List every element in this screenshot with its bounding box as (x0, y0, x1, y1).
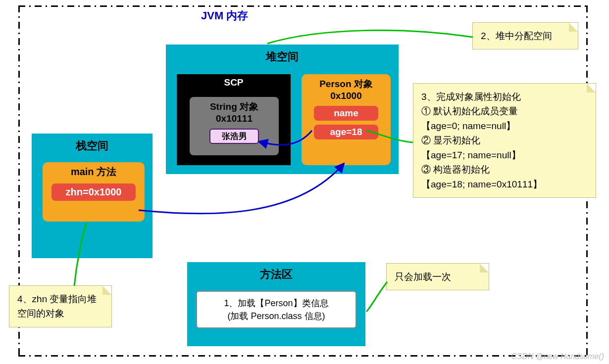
main-method-title: main 方法 (43, 165, 145, 179)
person-age-field: age=18 (314, 125, 378, 139)
scp-title: SCP (177, 74, 291, 88)
note-init-steps: 3、完成对象属性初始化① 默认初始化成员变量【age=0; name=null】… (413, 83, 596, 198)
person-object-label: Person 对象0x1000 (302, 78, 391, 102)
class-load-info: 1、加载【Person】类信息(加载 Person.class 信息) (196, 291, 356, 328)
string-object: String 对象0x10111 张浩男 (190, 97, 279, 155)
scp-box: SCP String 对象0x10111 张浩男 (177, 74, 291, 165)
note-load-once: 只会加载一次 (386, 263, 489, 290)
watermark: CSDN @new Handsome() (511, 352, 604, 361)
heap-title: 堆空间 (168, 46, 397, 68)
string-object-label: String 对象0x10111 (190, 101, 279, 125)
zhn-variable: zhn=0x1000 (51, 183, 136, 201)
note-heap-alloc: 2、堆中分配空间 (472, 22, 578, 49)
stack-title: 栈空间 (34, 136, 151, 157)
method-area-panel: 方法区 1、加载【Person】类信息(加载 Person.class 信息) (187, 262, 365, 346)
person-name-field: name (314, 106, 378, 121)
person-object: Person 对象0x1000 name age=18 (302, 74, 391, 165)
method-area-title: 方法区 (189, 264, 363, 286)
string-object-value: 张浩男 (209, 129, 259, 144)
stack-panel: 栈空间 main 方法 zhn=0x1000 (32, 134, 152, 258)
jvm-title: JVM 内存 (198, 8, 251, 23)
main-method-frame: main 方法 zhn=0x1000 (43, 162, 145, 222)
heap-panel: 堆空间 SCP String 对象0x10111 张浩男 Person 对象0x… (166, 45, 399, 174)
note-zhn-pointer: 4、zhn 变量指向堆空间的对象 (9, 285, 112, 327)
